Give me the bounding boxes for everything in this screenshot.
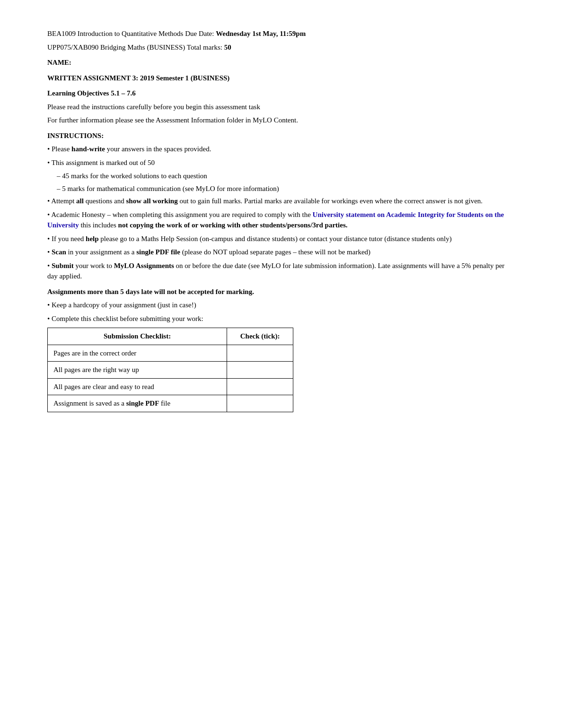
checklist-header-col1: Submission Checklist: <box>48 328 227 345</box>
bullet-academic-prefix: • Academic Honesty – when completing thi… <box>47 211 313 218</box>
checklist-row-4: Assignment is saved as a single PDF file <box>48 395 293 412</box>
bullet-submit: • Submit your work to MyLO Assignments o… <box>47 260 516 282</box>
bullet-scan-middle: in your assignment as a <box>66 248 136 256</box>
checklist-row-2: All pages are the right way up <box>48 362 293 379</box>
bullet-submit-prefix: • <box>47 262 52 269</box>
checklist-check-1 <box>227 345 293 362</box>
checklist-item-4: Assignment is saved as a single PDF file <box>48 395 227 412</box>
bullet-handwrite-suffix: your answers in the spaces provided. <box>105 145 211 153</box>
bullet-marks: • This assignment is marked out of 50 <box>47 157 516 168</box>
bullet-attempt-middle: questions and <box>84 197 126 205</box>
checklist-check-3 <box>227 378 293 395</box>
header-line1-prefix: BEA1009 Introduction to Quantitative Met… <box>47 30 216 37</box>
dash-item-2: – 5 marks for mathematical communication… <box>47 183 516 194</box>
header-line1-bold: Wednesday 1st May, 11:59pm <box>216 30 306 37</box>
late-heading: Assignments more than 5 days late will n… <box>47 286 516 297</box>
bullet-academic-suffix: this includes <box>79 221 118 229</box>
checklist-item-4-bold: single PDF <box>126 399 159 407</box>
dash-item-1: – 45 marks for the worked solutions to e… <box>47 171 516 182</box>
checklist-item-1: Pages are in the correct order <box>48 345 227 362</box>
header-line2-bold: 50 <box>224 43 231 51</box>
bullet-help: • If you need help please go to a Maths … <box>47 234 516 244</box>
bullet-scan-suffix: (please do NOT upload separate pages – t… <box>180 248 370 256</box>
checklist-check-2 <box>227 362 293 379</box>
bullet-academic: • Academic Honesty – when completing thi… <box>47 209 516 231</box>
bullet-scan: • Scan in your assignment as a single PD… <box>47 247 516 258</box>
bullet-help-prefix: • If you need <box>47 235 86 243</box>
assignment-title: WRITTEN ASSIGNMENT 3: 2019 Semester 1 (B… <box>47 73 516 84</box>
bullet-attempt-bold2: show all working <box>126 197 178 205</box>
checklist-header-col2: Check (tick): <box>227 328 293 345</box>
bullet-help-bold: help <box>86 235 99 243</box>
bullet-help-suffix: please go to a Maths Help Session (on-ca… <box>99 235 452 243</box>
instructions-heading: INSTRUCTIONS: <box>47 130 516 141</box>
header-line1: BEA1009 Introduction to Quantitative Met… <box>47 28 516 39</box>
header-line2-prefix: UPP075/XAB090 Bridging Maths (BUSINESS) … <box>47 43 224 51</box>
bullet-marks-text: • This assignment is marked out of 50 <box>47 159 155 166</box>
checklist-row-1: Pages are in the correct order <box>48 345 293 362</box>
intro-line2: For further information please see the A… <box>47 115 516 126</box>
final-bullet-2: • Complete this checklist before submitt… <box>47 313 516 324</box>
bullet-attempt-prefix: • Attempt <box>47 197 76 205</box>
name-label: NAME: <box>47 57 516 68</box>
checklist-item-2: All pages are the right way up <box>48 362 227 379</box>
bullet-handwrite: • Please hand-write your answers in the … <box>47 144 516 155</box>
learning-objectives: Learning Objectives 5.1 – 7.6 <box>47 88 516 99</box>
bullet-scan-bold2: single PDF file <box>136 248 180 256</box>
bullet-attempt-bold1: all <box>76 197 84 205</box>
bullet-handwrite-prefix: • Please <box>47 145 71 153</box>
bullet-submit-bold1: Submit <box>52 262 74 269</box>
header-line2: UPP075/XAB090 Bridging Maths (BUSINESS) … <box>47 42 516 53</box>
bullet-attempt-suffix: out to gain full marks. Partial marks ar… <box>178 197 483 205</box>
bullet-submit-bold2: MyLO Assignments <box>114 262 174 269</box>
bullet-scan-prefix: • <box>47 248 52 256</box>
bullet-attempt: • Attempt all questions and show all wor… <box>47 196 516 207</box>
submission-checklist-table: Submission Checklist: Check (tick): Page… <box>47 328 293 412</box>
checklist-row-3: All pages are clear and easy to read <box>48 378 293 395</box>
bullet-handwrite-bold: hand-write <box>71 145 105 153</box>
bullet-submit-middle: your work to <box>74 262 114 269</box>
bullet-academic-bold: not copying the work of or working with … <box>118 221 348 229</box>
intro-line1: Please read the instructions carefully b… <box>47 102 516 113</box>
bullet-scan-bold1: Scan <box>52 248 66 256</box>
checklist-check-4 <box>227 395 293 412</box>
final-bullet-1: • Keep a hardcopy of your assignment (ju… <box>47 300 516 311</box>
checklist-item-3: All pages are clear and easy to read <box>48 378 227 395</box>
